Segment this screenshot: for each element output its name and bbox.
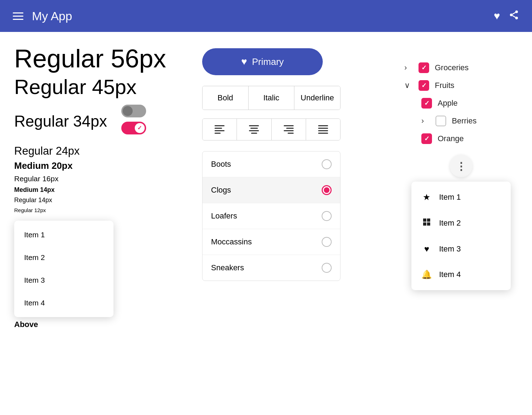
- context-menu-label-3: Item 3: [439, 244, 461, 254]
- dropdown-item-4[interactable]: Item 4: [14, 292, 113, 314]
- typography-column: Regular 56px Regular 45px Regular 34px R…: [14, 45, 199, 329]
- topbar: My App ♥: [0, 0, 532, 32]
- svg-line-4: [512, 12, 516, 14]
- svg-rect-5: [423, 218, 426, 222]
- radio-label-clogs: Clogs: [211, 186, 231, 195]
- share-icon[interactable]: [509, 10, 519, 23]
- context-menu-button[interactable]: ⋮: [450, 155, 472, 177]
- app-title: My App: [32, 9, 72, 23]
- bold-button[interactable]: Bold: [203, 86, 249, 110]
- context-menu-item-3[interactable]: ♥ Item 3: [411, 236, 511, 262]
- svg-point-0: [515, 10, 518, 13]
- typography-12px: Regular 12px: [14, 207, 199, 214]
- context-menu-item-2[interactable]: Item 2: [411, 210, 511, 236]
- dropdown-item-3[interactable]: Item 3: [14, 269, 113, 292]
- align-left-button[interactable]: [203, 119, 237, 140]
- primary-button[interactable]: ♥ Primary: [202, 48, 323, 75]
- checkbox-orange[interactable]: ✓: [421, 133, 432, 144]
- tree-label-groceries: Groceries: [435, 63, 469, 72]
- context-menu-label-4: Item 4: [439, 270, 461, 279]
- main-content: Regular 56px Regular 45px Regular 34px R…: [0, 32, 532, 342]
- controls-column: ♥ Primary Bold Italic Underline: [199, 45, 397, 329]
- radio-label-moccassins: Moccassins: [211, 237, 252, 247]
- typography-20px-medium: Medium 20px: [14, 160, 199, 171]
- toggles-container: [121, 105, 146, 134]
- toggle-off-knob: [123, 106, 133, 116]
- radio-circle-loafers: [322, 211, 332, 221]
- toggle-off[interactable]: [121, 105, 146, 117]
- radio-circle-sneakers: [322, 263, 332, 273]
- star-icon: ★: [421, 192, 432, 202]
- typography-34px: Regular 34px: [14, 113, 107, 130]
- hamburger-menu-button[interactable]: [13, 12, 23, 20]
- radio-item-boots[interactable]: Boots: [203, 151, 340, 177]
- bell-icon: 🔔: [421, 270, 432, 280]
- radio-circle-clogs: [322, 185, 332, 195]
- dropdown-position-label: Above: [14, 317, 199, 329]
- tree-label-fruits: Fruits: [435, 81, 454, 90]
- typography-14px-medium: Medium 14px: [14, 186, 199, 194]
- svg-rect-8: [427, 222, 430, 226]
- checkbox-fruits[interactable]: ✓: [419, 80, 429, 91]
- checkbox-tree: › ✓ Groceries ∨ ✓ Fruits ✓ Apple › Berri…: [404, 59, 518, 148]
- radio-circle-moccassins: [322, 237, 332, 247]
- checkbox-groceries[interactable]: ✓: [419, 62, 429, 73]
- primary-button-heart-icon: ♥: [241, 56, 247, 67]
- svg-rect-6: [427, 218, 430, 222]
- align-left-icon: [215, 125, 225, 134]
- radio-item-moccassins[interactable]: Moccassins: [203, 229, 340, 255]
- radio-label-sneakers: Sneakers: [211, 263, 244, 272]
- chevron-groceries-icon: ›: [404, 63, 413, 72]
- context-menu-label-2: Item 2: [439, 218, 461, 228]
- toggle-on-wrap: [121, 122, 146, 134]
- underline-button[interactable]: Underline: [294, 86, 340, 110]
- right-column: › ✓ Groceries ∨ ✓ Fruits ✓ Apple › Berri…: [397, 45, 518, 329]
- checkbox-berries[interactable]: [436, 116, 446, 126]
- dropdown-item-1[interactable]: Item 1: [14, 223, 113, 246]
- text-format-group: Bold Italic Underline: [202, 86, 340, 110]
- toggle-off-wrap: [121, 105, 146, 117]
- typography-45px: Regular 45px: [14, 76, 199, 98]
- heart-context-icon: ♥: [421, 244, 432, 254]
- tree-item-berries[interactable]: › Berries: [404, 112, 518, 130]
- text-align-group: [202, 118, 340, 140]
- italic-button[interactable]: Italic: [249, 86, 295, 110]
- tree-label-orange: Orange: [438, 134, 464, 143]
- context-menu-label-1: Item 1: [439, 193, 461, 202]
- context-menu-item-4[interactable]: 🔔 Item 4: [411, 262, 511, 287]
- toggle-on-knob: [135, 123, 145, 133]
- svg-point-2: [515, 17, 518, 20]
- checkbox-apple[interactable]: ✓: [421, 98, 432, 109]
- dropdown-menu: Item 1 Item 2 Item 3 Item 4: [14, 221, 113, 317]
- svg-rect-7: [423, 222, 426, 226]
- tree-item-apple[interactable]: ✓ Apple: [404, 94, 518, 112]
- tree-item-fruits[interactable]: ∨ ✓ Fruits: [404, 77, 518, 94]
- chevron-fruits-icon: ∨: [404, 81, 413, 90]
- heart-icon[interactable]: ♥: [494, 10, 500, 22]
- align-justify-icon: [318, 125, 328, 134]
- tree-label-apple: Apple: [438, 99, 458, 108]
- tree-item-orange[interactable]: ✓ Orange: [404, 130, 518, 148]
- tree-item-groceries[interactable]: › ✓ Groceries: [404, 59, 518, 77]
- radio-label-boots: Boots: [211, 160, 231, 169]
- align-right-icon: [284, 125, 294, 134]
- radio-item-loafers[interactable]: Loafers: [203, 203, 340, 229]
- toggle-on[interactable]: [121, 122, 146, 134]
- radio-circle-boots: [322, 159, 332, 169]
- context-menu: ★ Item 1 Item 2 ♥ Item 3 🔔: [411, 182, 511, 290]
- radio-item-clogs[interactable]: Clogs: [203, 177, 340, 203]
- context-menu-item-1[interactable]: ★ Item 1: [411, 184, 511, 210]
- grid-icon: [421, 218, 432, 228]
- typography-16px: Regular 16px: [14, 174, 199, 183]
- chevron-berries-icon: ›: [421, 116, 430, 126]
- topbar-left: My App: [13, 9, 72, 23]
- radio-label-loafers: Loafers: [211, 211, 237, 221]
- svg-line-3: [512, 15, 516, 17]
- align-justify-button[interactable]: [306, 119, 340, 140]
- radio-item-sneakers[interactable]: Sneakers: [203, 255, 340, 281]
- svg-point-1: [510, 13, 513, 16]
- align-right-button[interactable]: [272, 119, 306, 140]
- dropdown-item-2[interactable]: Item 2: [14, 246, 113, 269]
- align-center-icon: [249, 125, 259, 134]
- align-center-button[interactable]: [237, 119, 271, 140]
